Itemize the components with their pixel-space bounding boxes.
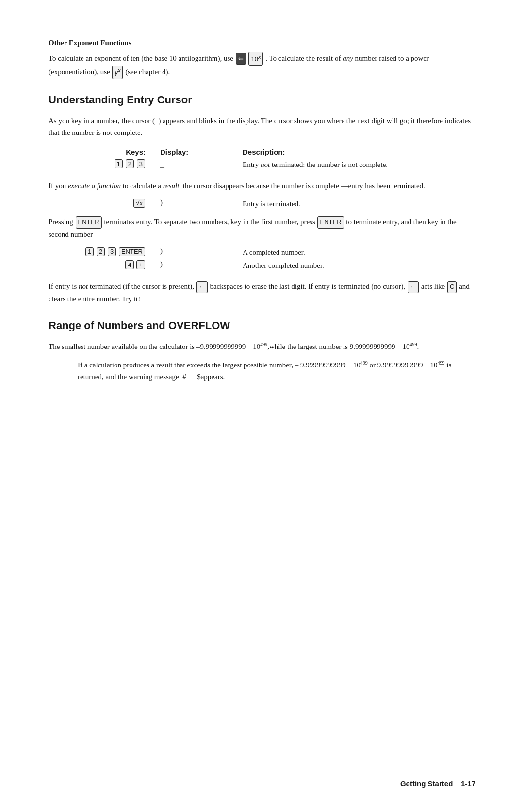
key-3: 3	[137, 159, 145, 168]
key-yx-icon: yx	[112, 66, 123, 79]
page-footer: Getting Started 1-17	[400, 779, 475, 788]
paragraph-pressing-enter: Pressing ENTER terminates entry. To sepa…	[49, 216, 475, 240]
desc-cell-completed1: A completed number.	[243, 247, 475, 258]
display-cell-cursor: _	[155, 159, 243, 168]
desc-cell-terminated: Entry is terminated.	[243, 199, 475, 210]
display-cell-paren3: )	[155, 260, 243, 268]
subheading-other-exponent: Other Exponent Functions	[49, 39, 475, 47]
key-plus: +	[136, 260, 145, 269]
key-backspace-icon: ←	[196, 281, 208, 293]
page-content: Other Exponent Functions To calculate an…	[0, 0, 524, 428]
display-cell-paren: )	[155, 199, 243, 207]
key-3b: 3	[108, 247, 116, 256]
key-sqrt-icon: √x	[133, 199, 145, 208]
paragraph-execute-function: If you execute a function to calculate a…	[49, 180, 475, 192]
key-2b: 2	[97, 247, 105, 256]
key-1: 1	[115, 159, 123, 168]
key-c-icon: C	[447, 281, 457, 293]
key-4: 4	[125, 260, 133, 269]
key-enter-inline: ENTER	[76, 216, 102, 229]
table-row-sqrt: √x ) Entry is terminated.	[49, 199, 475, 210]
key-2: 2	[126, 159, 134, 168]
paragraph-backspace: If entry is not terminated (if the curso…	[49, 281, 475, 305]
footer-section-label: Getting Started	[400, 779, 453, 788]
key-10x-icon: 10x	[248, 52, 263, 66]
keys-cell-sqrt: √x	[49, 199, 155, 208]
paragraph-cursor-intro: As you key in a number, the cursor (_) a…	[49, 115, 475, 138]
col-header-description: Description:	[243, 148, 475, 156]
key-enter-row: ENTER	[119, 247, 145, 256]
key-enter-inline2: ENTER	[317, 216, 344, 229]
col-header-keys: Keys:	[49, 148, 155, 156]
indent-overflow-block: If a calculation produces a result that …	[78, 359, 456, 382]
keys-cell-123: 1 2 3	[49, 159, 155, 168]
paragraph-range-intro: The smallest number available on the cal…	[49, 341, 475, 352]
table-header-row: Keys: Display: Description:	[49, 148, 475, 156]
footer-page-number: 1-17	[461, 779, 475, 788]
key-back-icon: ⇐	[236, 53, 246, 65]
display-cell-paren2: )	[155, 247, 243, 255]
section-title-entry-cursor: Understanding Entry Cursor	[49, 94, 475, 106]
keys-cell-123enter: 1 2 3 ENTER	[49, 247, 155, 256]
col-header-display: Display:	[155, 148, 243, 156]
keys-display-table: Keys: Display: Description: 1 2 3 _ Entr…	[49, 148, 475, 170]
table-row-123enter: 1 2 3 ENTER ) A completed number.	[49, 247, 475, 258]
key-1b: 1	[85, 247, 94, 256]
desc-cell-completed2: Another completed number.	[243, 260, 475, 271]
table-row: 1 2 3 _ Entry not terminated: the number…	[49, 159, 475, 170]
section-title-range: Range of Numbers and OVERFLOW	[49, 319, 475, 332]
desc-cell-not-terminated: Entry not terminated: the number is not …	[243, 159, 475, 170]
table-row-4plus: 4 + ) Another completed number.	[49, 260, 475, 271]
key-backspace-icon2: ←	[408, 281, 419, 293]
paragraph-exponent-intro: To calculate an exponent of ten (the bas…	[49, 52, 475, 79]
keys-cell-4plus: 4 +	[49, 260, 155, 269]
